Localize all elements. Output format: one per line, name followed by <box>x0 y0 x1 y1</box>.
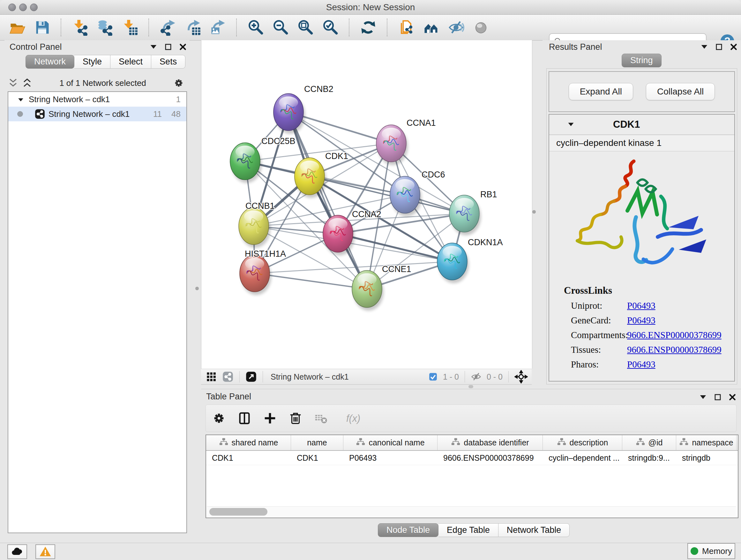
network-options-gear-icon[interactable] <box>173 77 185 89</box>
create-column-icon[interactable] <box>263 411 277 426</box>
warnings-button[interactable] <box>36 544 55 559</box>
network-graph[interactable]: CCNB2CCNA1CDC25BCDK1CDC6RB1CCNB1CCNA2CDK… <box>201 40 532 369</box>
table-horizontal-scrollbar[interactable] <box>207 506 736 517</box>
save-session-icon[interactable] <box>34 19 51 36</box>
network-node-CDC6[interactable] <box>390 176 421 216</box>
tab-select[interactable]: Select <box>111 55 151 69</box>
column-header-@id[interactable]: @id <box>622 435 676 450</box>
open-file-icon[interactable] <box>9 19 25 36</box>
expand-all-icon[interactable] <box>22 78 32 88</box>
network-node-RB1[interactable] <box>449 195 481 235</box>
memory-button[interactable]: Memory <box>687 543 735 559</box>
network-thumbnail-icon[interactable] <box>222 371 233 382</box>
collection-expander-icon[interactable] <box>17 96 24 103</box>
network-node-HIST1H1A[interactable] <box>240 255 271 295</box>
first-neighbors-icon[interactable] <box>398 19 414 36</box>
collapse-all-button[interactable]: Collapse All <box>646 83 715 100</box>
table-cell[interactable]: stringdb:9... <box>622 451 676 465</box>
network-node-CDKN1A[interactable] <box>437 243 469 283</box>
right-splitter-handle[interactable] <box>532 210 536 213</box>
tab-network-table[interactable]: Network Table <box>498 523 570 537</box>
table-row[interactable]: CDK1CDK1P064939606.ENSP00000378699cyclin… <box>206 451 738 465</box>
collapse-all-icon[interactable] <box>8 78 18 88</box>
gene-expander-icon[interactable] <box>567 121 575 128</box>
network-row-selected[interactable]: String Network – cdk1 11 48 <box>8 107 186 121</box>
scrollbar-thumb[interactable] <box>209 508 267 516</box>
table-panel-menu-icon[interactable] <box>699 393 707 401</box>
zoom-selected-icon[interactable] <box>322 19 339 36</box>
table-cell[interactable]: stringdb <box>676 451 737 465</box>
tab-string[interactable]: String <box>622 54 662 67</box>
table-cell[interactable]: P06493 <box>343 451 437 465</box>
tab-network[interactable]: Network <box>25 55 74 69</box>
hide-eye-icon[interactable] <box>448 19 464 36</box>
table-cell[interactable]: cyclin–dependent ... <box>543 451 622 465</box>
network-node-CCNA2[interactable] <box>323 215 354 255</box>
column-header-database-identifier[interactable]: database identifier <box>437 435 543 450</box>
column-header-canonical-name[interactable]: canonical name <box>343 435 437 450</box>
table-cell[interactable]: CDK1 <box>291 451 343 465</box>
column-header-label: description <box>569 438 608 447</box>
results-panel-menu-icon[interactable] <box>700 43 709 51</box>
gene-header-row[interactable]: CDK1 <box>549 115 734 135</box>
show-graphics-icon[interactable] <box>423 19 440 36</box>
control-panel-menu-icon[interactable] <box>149 43 158 51</box>
network-node-CCNB1[interactable] <box>239 207 270 248</box>
crosslink-link[interactable]: P06493 <box>627 315 656 326</box>
import-network-file-icon[interactable] <box>72 19 88 36</box>
column-header-description[interactable]: description <box>543 435 622 450</box>
table-cell[interactable]: CDK1 <box>206 451 291 465</box>
zoom-in-icon[interactable] <box>247 19 264 36</box>
left-splitter-handle[interactable] <box>195 287 199 290</box>
detach-view-icon[interactable] <box>246 371 257 382</box>
network-view-canvas[interactable]: CCNB2CCNA1CDC25BCDK1CDC6RB1CCNB1CCNA2CDK… <box>201 40 532 369</box>
crosslink-link[interactable]: 9606.ENSP00000378699 <box>627 345 722 355</box>
refresh-icon[interactable] <box>360 19 377 36</box>
selected-nodes-checkbox-icon[interactable] <box>428 372 438 381</box>
node-label-CDKN1A: CDKN1A <box>468 238 503 247</box>
tab-sets[interactable]: Sets <box>151 55 185 69</box>
network-node-CDK1[interactable] <box>294 158 326 198</box>
column-header-namespace[interactable]: namespace <box>676 435 737 450</box>
tab-style[interactable]: Style <box>74 55 111 69</box>
zoom-out-icon[interactable] <box>272 19 289 36</box>
network-node-CCNA1[interactable] <box>376 125 408 165</box>
table-panel-close-icon[interactable] <box>728 393 737 401</box>
control-panel-close-icon[interactable] <box>179 43 187 51</box>
delete-column-icon[interactable] <box>288 411 303 426</box>
hidden-nodes-icon[interactable] <box>471 371 482 382</box>
birdseye-toggle-icon[interactable] <box>515 370 528 383</box>
export-network-icon[interactable] <box>159 19 176 36</box>
import-table-icon[interactable] <box>122 19 138 36</box>
export-image-icon[interactable] <box>209 19 226 36</box>
results-panel-close-icon[interactable] <box>730 43 738 51</box>
results-button-bar: Expand All Collapse All <box>549 71 735 112</box>
tab-edge-table[interactable]: Edge Table <box>439 523 498 537</box>
node-label-CDC6: CDC6 <box>421 170 445 179</box>
crosslink-link[interactable]: P06493 <box>627 300 656 311</box>
crosslink-link[interactable]: P06493 <box>627 359 656 370</box>
gray-ball-icon[interactable] <box>473 19 489 36</box>
control-panel-float-icon[interactable] <box>164 43 172 51</box>
expand-all-button[interactable]: Expand All <box>569 83 633 100</box>
network-node-CCNB2[interactable] <box>273 94 305 134</box>
table-cell[interactable]: 9606.ENSP00000378699 <box>437 451 543 465</box>
export-table-icon[interactable] <box>185 19 201 36</box>
import-network-database-icon[interactable] <box>97 19 113 36</box>
grid-view-icon[interactable] <box>205 371 217 382</box>
cloud-button[interactable] <box>7 544 27 559</box>
table-panel-float-icon[interactable] <box>714 393 722 401</box>
column-header-shared-name[interactable]: shared name <box>206 435 291 450</box>
column-header-label: namespace <box>692 438 733 447</box>
network-node-CCNE1[interactable] <box>352 270 384 311</box>
crosslink-link[interactable]: 9606.ENSP00000378699 <box>627 330 722 340</box>
crosslinks-title: CrossLinks <box>564 285 734 296</box>
column-header-name[interactable]: name <box>291 435 343 450</box>
network-collection-row[interactable]: String Network – cdk1 1 <box>8 92 186 107</box>
table-options-gear-icon[interactable] <box>212 411 226 426</box>
zoom-fit-icon[interactable] <box>297 19 314 36</box>
show-columns-icon[interactable] <box>237 411 252 426</box>
results-panel-float-icon[interactable] <box>715 43 723 51</box>
tab-node-table[interactable]: Node Table <box>378 523 439 537</box>
bottom-splitter-handle[interactable] <box>468 385 473 388</box>
